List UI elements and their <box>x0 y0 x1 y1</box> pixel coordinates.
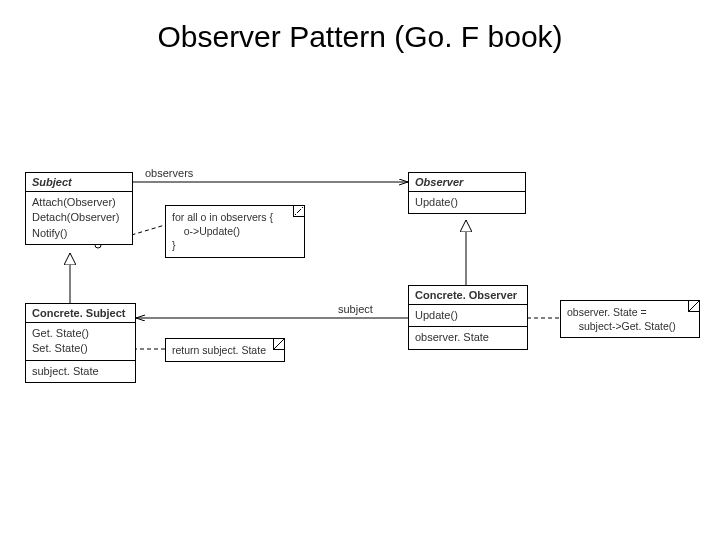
label-observers: observers <box>145 167 193 179</box>
op: Update() <box>415 308 521 323</box>
op: Notify() <box>32 226 126 241</box>
note-getstate: return subject. State <box>165 338 285 362</box>
op: Update() <box>415 195 519 210</box>
op: Set. State() <box>32 341 129 356</box>
op: Detach(Observer) <box>32 210 126 225</box>
connectors <box>0 0 720 540</box>
op: Attach(Observer) <box>32 195 126 210</box>
class-concrete-observer-ops: Update() <box>409 305 527 327</box>
class-concrete-subject: Concrete. Subject Get. State() Set. Stat… <box>25 303 136 383</box>
op: Get. State() <box>32 326 129 341</box>
note-notify: for all o in observers { o->Update() } <box>165 205 305 258</box>
class-concrete-observer-name: Concrete. Observer <box>409 286 527 305</box>
class-subject-ops: Attach(Observer) Detach(Observer) Notify… <box>26 192 132 244</box>
note-line: observer. State = <box>567 305 693 319</box>
class-concrete-observer-attrs: observer. State <box>409 327 527 348</box>
note-line: o->Update() <box>172 224 298 238</box>
class-concrete-subject-attrs: subject. State <box>26 361 135 382</box>
class-observer-name: Observer <box>409 173 525 192</box>
diagram-canvas: Subject Attach(Observer) Detach(Observer… <box>0 0 720 540</box>
class-observer-ops: Update() <box>409 192 525 213</box>
attr: observer. State <box>415 330 521 345</box>
note-line: } <box>172 238 298 252</box>
note-line: return subject. State <box>172 343 278 357</box>
note-line: subject->Get. State() <box>567 319 693 333</box>
class-subject: Subject Attach(Observer) Detach(Observer… <box>25 172 133 245</box>
class-subject-name: Subject <box>26 173 132 192</box>
class-concrete-observer: Concrete. Observer Update() observer. St… <box>408 285 528 350</box>
class-concrete-subject-name: Concrete. Subject <box>26 304 135 323</box>
note-update: observer. State = subject->Get. State() <box>560 300 700 338</box>
attr: subject. State <box>32 364 129 379</box>
note-line: for all o in observers { <box>172 210 298 224</box>
class-concrete-subject-ops: Get. State() Set. State() <box>26 323 135 361</box>
class-observer: Observer Update() <box>408 172 526 214</box>
label-subject: subject <box>338 303 373 315</box>
